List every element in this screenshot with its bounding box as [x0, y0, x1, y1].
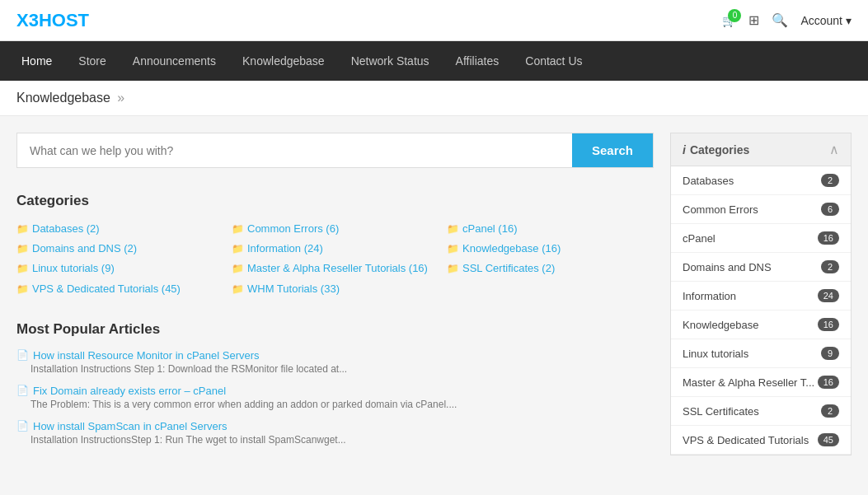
sidebar-item-cpanel[interactable]: cPanel 16 — [671, 224, 851, 253]
info-icon: i — [683, 143, 686, 156]
nav-knowledgebase[interactable]: Knowledgebase — [229, 43, 338, 79]
main-content: Search Categories 📁 Databases (2) 📁 Comm… — [16, 133, 654, 455]
search-box: Search — [16, 133, 654, 168]
grid-icon[interactable]: ⊞ — [748, 12, 759, 28]
sidebar-header: i Categories ∧ — [670, 133, 852, 166]
article-item: 📄 How install SpamScan in cPanel Servers… — [16, 420, 654, 446]
doc-icon: 📄 — [16, 349, 29, 361]
nav-contact[interactable]: Contact Us — [512, 43, 595, 79]
sidebar-item-domains-dns[interactable]: Domains and DNS 2 — [671, 253, 851, 282]
sidebar-collapse-button[interactable]: ∧ — [829, 142, 839, 157]
categories-grid: 📁 Databases (2) 📁 Common Errors (6) 📁 cP… — [16, 222, 654, 297]
nav-network-status[interactable]: Network Status — [338, 43, 443, 79]
breadcrumb-text: Knowledgebase — [16, 91, 110, 105]
top-bar-right: 🛒 0 ⊞ 🔍 Account ▾ — [722, 12, 852, 28]
article-item: 📄 Fix Domain already exists error – cPan… — [16, 385, 654, 410]
sidebar: i Categories ∧ Databases 2 Common Errors… — [670, 133, 852, 455]
folder-icon: 📁 — [447, 222, 459, 236]
sidebar-item-master-reseller[interactable]: Master & Alpha Reseller T... 16 — [671, 368, 851, 397]
folder-icon: 📁 — [232, 222, 244, 236]
folder-icon: 📁 — [16, 222, 29, 236]
folder-icon: 📁 — [447, 262, 459, 276]
folder-icon: 📁 — [16, 242, 29, 256]
sidebar-item-common-errors[interactable]: Common Errors 6 — [671, 195, 851, 224]
category-vps[interactable]: 📁 VPS & Dedicated Tutorials (45) — [16, 282, 223, 297]
category-common-errors[interactable]: 📁 Common Errors (6) — [232, 222, 439, 236]
category-knowledgebase[interactable]: 📁 Knowledgebase (16) — [447, 241, 654, 256]
nav-affiliates[interactable]: Affiliates — [443, 43, 513, 79]
nav-home[interactable]: Home — [8, 43, 65, 79]
sidebar-item-knowledgebase[interactable]: Knowledgebase 16 — [671, 311, 851, 339]
article-desc-1: The Problem: This is a very common error… — [16, 399, 654, 410]
search-button[interactable]: Search — [572, 133, 653, 167]
account-button[interactable]: Account ▾ — [800, 14, 852, 27]
sidebar-title: i Categories — [683, 143, 749, 156]
search-icon[interactable]: 🔍 — [772, 12, 788, 28]
sidebar-item-ssl[interactable]: SSL Certificates 2 — [671, 397, 851, 426]
nav-store[interactable]: Store — [65, 43, 119, 79]
main-nav: Home Store Announcements Knowledgebase N… — [0, 41, 868, 81]
cart-badge: 0 — [728, 9, 741, 22]
folder-icon: 📁 — [232, 262, 244, 276]
sidebar-item-linux[interactable]: Linux tutorials 9 — [671, 339, 851, 368]
sidebar-item-information[interactable]: Information 24 — [671, 282, 851, 311]
sidebar-list: Databases 2 Common Errors 6 cPanel 16 Do… — [670, 166, 852, 455]
folder-icon: 📁 — [232, 283, 244, 297]
category-linux-tutorials[interactable]: 📁 Linux tutorials (9) — [16, 261, 223, 276]
category-databases[interactable]: 📁 Databases (2) — [16, 222, 223, 236]
popular-title: Most Popular Articles — [16, 321, 654, 338]
breadcrumb: Knowledgebase » — [0, 81, 868, 116]
top-bar: X3HOST 🛒 0 ⊞ 🔍 Account ▾ — [0, 0, 868, 41]
logo-prefix: X3 — [16, 10, 39, 30]
article-link-1[interactable]: 📄 Fix Domain already exists error – cPan… — [16, 385, 654, 397]
category-information[interactable]: 📁 Information (24) — [232, 241, 439, 256]
content-area: Search Categories 📁 Databases (2) 📁 Comm… — [0, 116, 868, 472]
account-chevron-icon: ▾ — [846, 14, 852, 27]
article-item: 📄 How install Resource Monitor in cPanel… — [16, 349, 654, 375]
logo: X3HOST — [16, 10, 89, 31]
account-label: Account — [800, 14, 842, 27]
folder-icon: 📁 — [16, 262, 29, 276]
nav-announcements[interactable]: Announcements — [120, 43, 229, 79]
logo-suffix: HOST — [39, 10, 89, 30]
article-link-0[interactable]: 📄 How install Resource Monitor in cPanel… — [16, 349, 654, 362]
folder-icon: 📁 — [16, 283, 29, 297]
search-input[interactable] — [17, 133, 572, 167]
sidebar-item-databases[interactable]: Databases 2 — [671, 166, 851, 195]
category-whm[interactable]: 📁 WHM Tutorials (33) — [232, 282, 439, 297]
article-link-2[interactable]: 📄 How install SpamScan in cPanel Servers — [16, 420, 654, 432]
cart-button[interactable]: 🛒 0 — [722, 14, 736, 27]
sidebar-item-vps[interactable]: VPS & Dedicated Tutorials 45 — [671, 426, 851, 455]
doc-icon: 📄 — [16, 420, 29, 432]
category-domains-dns[interactable]: 📁 Domains and DNS (2) — [16, 241, 223, 256]
breadcrumb-arrow: » — [117, 91, 124, 105]
folder-icon: 📁 — [232, 242, 244, 256]
category-master-reseller[interactable]: 📁 Master & Alpha Reseller Tutorials (16) — [232, 261, 439, 276]
doc-icon: 📄 — [16, 385, 29, 396]
folder-icon: 📁 — [447, 242, 459, 256]
popular-section: Most Popular Articles 📄 How install Reso… — [16, 321, 654, 446]
article-desc-2: Installation InstructionsStep 1: Run The… — [16, 434, 654, 446]
category-cpanel[interactable]: 📁 cPanel (16) — [447, 222, 654, 236]
categories-title: Categories — [16, 193, 654, 209]
category-ssl[interactable]: 📁 SSL Certificates (2) — [447, 261, 654, 276]
article-desc-0: Installation Instructions Step 1: Downlo… — [16, 363, 654, 375]
